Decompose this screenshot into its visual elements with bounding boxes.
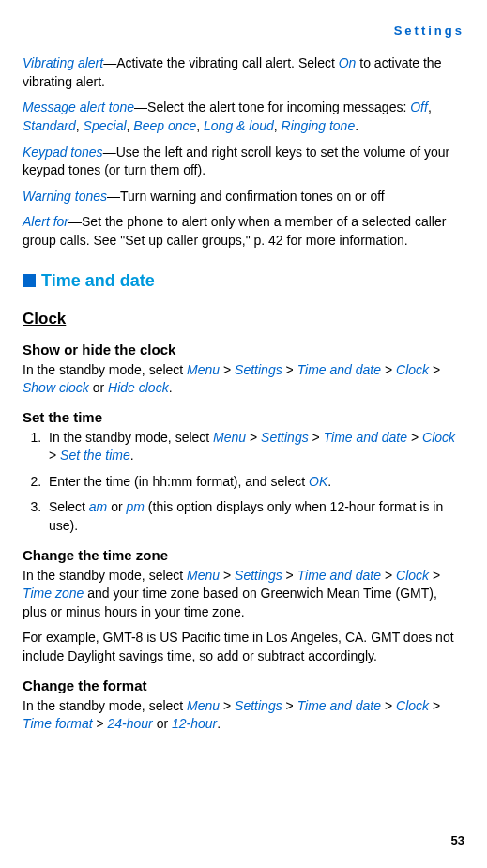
section-title: Time and date xyxy=(41,269,155,293)
text: or xyxy=(107,499,126,514)
menu-path: Time and date xyxy=(297,568,381,583)
format-heading: Change the format xyxy=(23,676,464,695)
vibrating-term: Vibrating alert xyxy=(23,55,103,70)
text: —Set the phone to alert only when a memb… xyxy=(23,214,446,248)
text: . xyxy=(130,448,134,463)
alertfor-term: Alert for xyxy=(23,214,68,229)
warning-tones-para: Warning tones—Turn warning and confirmat… xyxy=(23,188,464,206)
text: In the standby mode, select xyxy=(23,568,187,583)
text: . xyxy=(217,716,221,731)
opt-standard: Standard xyxy=(23,118,76,133)
menu-path: Menu xyxy=(187,698,220,713)
sep: > xyxy=(93,716,108,731)
menu-path: Time zone xyxy=(23,586,84,601)
opt-beep: Beep once xyxy=(133,118,196,133)
sep: > xyxy=(429,568,440,583)
12hour-option: 12-hour xyxy=(172,716,217,731)
list-item: Select am or pm (this option displays on… xyxy=(45,498,464,535)
sep: > xyxy=(381,362,396,377)
alert-for-para: Alert for—Set the phone to alert only wh… xyxy=(23,213,464,250)
menu-path: Menu xyxy=(213,430,246,445)
text: or xyxy=(89,380,108,395)
menu-path: Time and date xyxy=(324,430,407,445)
list-item: Enter the time (in hh:mm format), and se… xyxy=(45,473,464,492)
ok-option: OK xyxy=(309,474,327,489)
sep: > xyxy=(246,430,261,445)
set-time-heading: Set the time xyxy=(23,407,464,427)
opt-ringing: Ringing tone xyxy=(282,118,356,133)
warning-term: Warning tones xyxy=(23,189,107,204)
menu-path: Settings xyxy=(235,568,282,583)
menu-path: Time and date xyxy=(297,698,381,713)
menu-path: Clock xyxy=(422,430,455,445)
menu-path: Hide clock xyxy=(108,380,169,395)
menu-path: Menu xyxy=(187,568,220,583)
opt-special: Special xyxy=(84,118,127,133)
sep: > xyxy=(220,568,235,583)
sep: > xyxy=(381,698,396,713)
text: —Turn warning and confirmation tones on … xyxy=(107,189,385,204)
text: or xyxy=(153,716,172,731)
show-hide-para: In the standby mode, select Menu > Setti… xyxy=(23,361,464,398)
sep: > xyxy=(429,362,440,377)
menu-path: Menu xyxy=(187,362,220,377)
message-alert-para: Message alert tone—Select the alert tone… xyxy=(23,99,464,135)
sep: > xyxy=(407,430,422,445)
keypad-tones-para: Keypad tones—Use the left and right scro… xyxy=(23,144,464,180)
sep: > xyxy=(220,362,235,377)
show-hide-heading: Show or hide the clock xyxy=(23,340,464,359)
sep: > xyxy=(49,448,60,463)
sep: , xyxy=(196,118,204,133)
sep: , xyxy=(428,99,432,114)
menu-path: Settings xyxy=(235,698,282,713)
opt-long: Long & loud xyxy=(204,118,274,133)
text: Select xyxy=(49,499,89,514)
menu-path: Clock xyxy=(396,362,429,377)
menu-path: Clock xyxy=(396,698,429,713)
page-number: 53 xyxy=(451,832,464,849)
on-option: On xyxy=(339,55,357,70)
sep: > xyxy=(381,568,396,583)
menu-path: Time format xyxy=(23,716,93,731)
text: —Select the alert tone for incoming mess… xyxy=(134,99,410,114)
format-para: In the standby mode, select Menu > Setti… xyxy=(23,697,464,734)
clock-heading: Clock xyxy=(23,308,464,330)
page-header: Settings xyxy=(23,23,464,39)
timezone-heading: Change the time zone xyxy=(23,545,464,565)
menu-path: Settings xyxy=(261,430,309,445)
text: —Activate the vibrating call alert. Sele… xyxy=(103,55,339,70)
24hour-option: 24-hour xyxy=(108,716,153,731)
opt-off: Off xyxy=(410,99,428,114)
set-time-steps: In the standby mode, select Menu > Setti… xyxy=(23,429,464,536)
pm-option: pm xyxy=(127,499,145,514)
menu-path: Clock xyxy=(396,568,429,583)
menu-path: Show clock xyxy=(23,380,89,395)
sep: > xyxy=(282,362,297,377)
menu-path: Set the time xyxy=(60,448,130,463)
timezone-para2: For example, GMT-8 is US Pacific time in… xyxy=(23,629,464,665)
sep: > xyxy=(282,698,297,713)
text: . xyxy=(327,474,331,489)
square-bullet-icon xyxy=(23,274,36,287)
text: Enter the time (in hh:mm format), and se… xyxy=(49,474,309,489)
menu-path: Time and date xyxy=(297,362,381,377)
sep: > xyxy=(282,568,297,583)
text: and your time zone based on Greenwich Me… xyxy=(23,586,437,619)
sep: , xyxy=(76,118,84,133)
list-item: In the standby mode, select Menu > Setti… xyxy=(45,429,464,465)
text: In the standby mode, select xyxy=(49,430,213,445)
text: In the standby mode, select xyxy=(23,362,187,377)
text: In the standby mode, select xyxy=(23,698,187,713)
sep: > xyxy=(429,698,440,713)
keypad-term: Keypad tones xyxy=(23,145,103,160)
section-time-and-date: Time and date xyxy=(23,269,464,293)
vibrating-alert-para: Vibrating alert—Activate the vibrating c… xyxy=(23,54,464,91)
timezone-para1: In the standby mode, select Menu > Setti… xyxy=(23,567,464,622)
text: . xyxy=(169,380,173,395)
text: . xyxy=(355,118,358,133)
message-term: Message alert tone xyxy=(23,99,134,114)
sep: > xyxy=(309,430,324,445)
menu-path: Settings xyxy=(235,362,282,377)
sep: > xyxy=(220,698,235,713)
sep: , xyxy=(274,118,282,133)
